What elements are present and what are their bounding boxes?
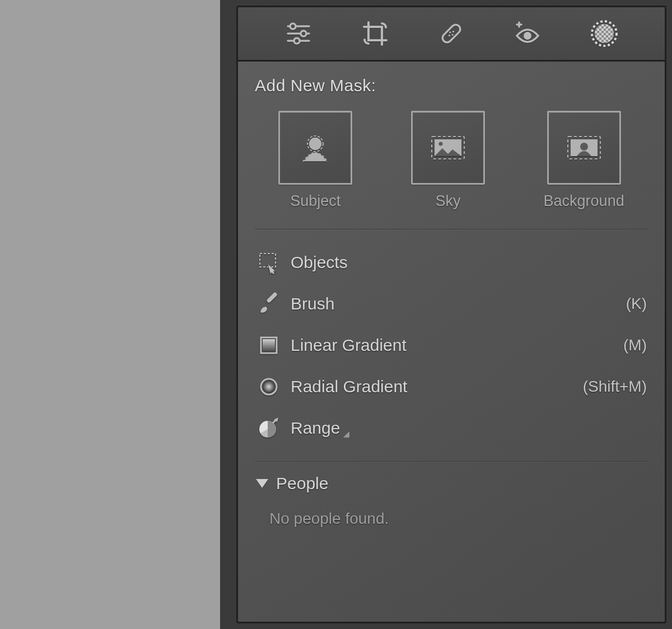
svg-rect-28 [266, 292, 278, 303]
mask-subject-button[interactable]: Subject [278, 111, 352, 210]
mask-range-button[interactable]: Range ◢ [255, 407, 648, 449]
mask-radial-shortcut: (Shift+M) [583, 378, 647, 396]
svg-point-23 [438, 142, 442, 146]
mask-linear-gradient-button[interactable]: Linear Gradient (M) [255, 325, 648, 366]
svg-point-19 [310, 138, 321, 149]
svg-point-9 [452, 30, 455, 33]
mask-objects-button[interactable]: Objects [255, 242, 648, 283]
svg-point-26 [580, 143, 588, 151]
svg-point-8 [449, 31, 452, 34]
mask-range-label: Range [291, 419, 340, 438]
image-canvas-area [0, 0, 220, 629]
submenu-indicator-icon: ◢ [343, 429, 349, 438]
svg-point-1 [290, 24, 296, 29]
background-icon [564, 133, 604, 162]
mask-subject-label: Subject [290, 193, 340, 210]
add-new-mask-heading: Add New Mask: [255, 76, 648, 95]
eye-plus-icon [512, 21, 543, 46]
mask-background-button[interactable]: Background [544, 111, 624, 210]
bandage-icon [437, 20, 465, 48]
svg-point-5 [294, 38, 300, 44]
mask-radial-gradient-button[interactable]: Radial Gradient (Shift+M) [255, 366, 648, 407]
people-header-label: People [276, 474, 328, 493]
sky-icon [428, 133, 468, 162]
svg-point-18 [595, 24, 614, 43]
svg-point-11 [524, 32, 531, 40]
divider [255, 229, 648, 229]
masking-tool-button[interactable] [588, 17, 620, 50]
range-icon [257, 416, 281, 440]
masking-panel: Add New Mask: [236, 6, 666, 623]
mask-brush-shortcut: (K) [626, 295, 647, 313]
quick-mask-buttons: Subject Sky [255, 111, 648, 210]
crop-tool-button[interactable] [359, 17, 391, 50]
mask-brush-button[interactable]: Brush (K) [255, 283, 648, 325]
mask-linear-shortcut: (M) [623, 336, 647, 354]
divider [255, 461, 648, 462]
sliders-icon [286, 22, 311, 45]
mask-objects-label: Objects [291, 253, 348, 272]
edit-tool-button[interactable] [282, 17, 315, 50]
crop-icon [362, 20, 389, 47]
masking-content: Add New Mask: [238, 62, 665, 622]
radial-gradient-icon [259, 377, 279, 397]
panel-gutter [220, 0, 234, 629]
mask-sky-button[interactable]: Sky [411, 111, 485, 210]
redeye-tool-button[interactable] [511, 17, 544, 50]
disclosure-triangle-icon [256, 479, 268, 488]
heal-tool-button[interactable] [435, 17, 468, 50]
brush-icon [257, 292, 281, 316]
mask-brush-label: Brush [291, 294, 334, 313]
mask-radial-label: Radial Gradient [291, 377, 407, 396]
svg-point-3 [301, 31, 306, 36]
svg-line-34 [273, 420, 276, 423]
people-section-toggle[interactable]: People [255, 468, 648, 496]
mask-circle-icon [590, 20, 618, 48]
develop-toolstrip [238, 7, 665, 62]
subject-icon [297, 132, 333, 164]
mask-tool-list: Objects Brush (K) [255, 242, 648, 449]
linear-gradient-icon [259, 335, 279, 355]
objects-icon [258, 251, 280, 274]
svg-rect-27 [260, 254, 276, 267]
mask-linear-label: Linear Gradient [291, 336, 407, 355]
people-empty-message: No people found. [255, 496, 648, 528]
svg-point-10 [451, 34, 454, 36]
mask-sky-label: Sky [435, 193, 460, 210]
svg-rect-30 [263, 339, 275, 351]
svg-rect-6 [441, 23, 462, 44]
svg-point-32 [263, 381, 274, 392]
mask-background-label: Background [544, 193, 624, 210]
right-panel-container: Add New Mask: [234, 0, 672, 629]
svg-point-7 [448, 34, 451, 37]
